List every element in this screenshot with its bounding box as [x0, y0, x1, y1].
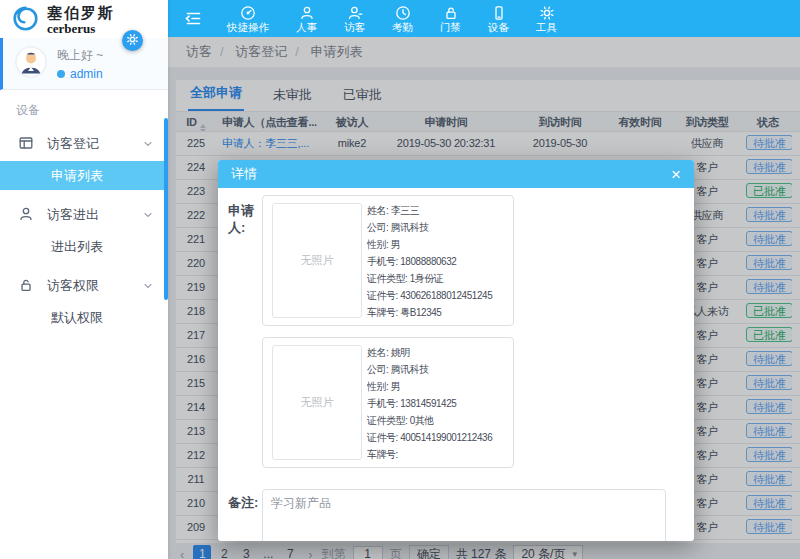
topnav-item-label: 访客 [344, 22, 365, 34]
applicant-field: 性别: 男 [367, 236, 516, 253]
chevron-down-icon [142, 280, 154, 295]
applicant-field: 手机号: 18088880632 [367, 253, 516, 270]
brand-name-cn: 塞伯罗斯 [47, 4, 115, 23]
topnav-item[interactable]: 门禁 [440, 4, 461, 34]
brand-name-en: cerberus [47, 21, 115, 37]
sidebar-item-label: 访客进出 [47, 206, 99, 224]
topnav: 快捷操作人事访客考勤门禁设备工具 [168, 0, 800, 37]
tools-icon [539, 5, 555, 21]
sidebar: 塞伯罗斯 cerberus 晚上好 ~ admin [0, 0, 168, 559]
topnav-item[interactable]: 访客 [344, 4, 365, 34]
online-status-dot [57, 70, 65, 78]
applicant-field: 证件类型: 1身份证 [367, 270, 516, 287]
applicant-card: 无照片姓名: 李三三公司: 腾讯科技性别: 男手机号: 18088880632证… [262, 195, 514, 326]
applicant-field: 公司: 腾讯科技 [367, 219, 516, 236]
dashboard-icon [240, 5, 256, 21]
brand-logo: 塞伯罗斯 cerberus [0, 0, 168, 38]
sidebar-item-label: 访客登记 [47, 135, 99, 153]
applicant-field: 车牌号: [367, 446, 516, 463]
avatar [15, 46, 47, 82]
applicant-field: 性别: 男 [367, 378, 516, 395]
collapse-menu-icon[interactable] [184, 10, 203, 27]
sidebar-submenu: 申请列表 [0, 161, 168, 190]
topnav-item[interactable]: 快捷操作 [227, 4, 269, 34]
topnav-item-label: 快捷操作 [227, 22, 269, 34]
remark-label: 备注: [228, 494, 264, 511]
gear-icon [126, 33, 139, 49]
applicant-field: 车牌号: 粤B12345 [367, 304, 516, 321]
person-icon [18, 206, 34, 225]
applicant-field: 证件号: 400514199001212436 [367, 429, 516, 446]
sidebar-item[interactable]: 访客登记 [0, 127, 168, 161]
device-icon [491, 5, 507, 21]
no-photo-placeholder: 无照片 [272, 203, 362, 318]
user-greeting: 晚上好 ~ [57, 47, 103, 64]
close-icon[interactable]: × [671, 166, 681, 183]
chevron-down-icon [142, 209, 154, 224]
topnav-item[interactable]: 设备 [488, 4, 509, 34]
applicant-field: 证件类型: 0其他 [367, 412, 516, 429]
sidebar-item-label: 访客权限 [47, 277, 99, 295]
topnav-item-label: 考勤 [392, 22, 413, 34]
people-icon [299, 5, 315, 21]
lock-icon [443, 5, 459, 21]
clock-icon [395, 5, 411, 21]
brand-swirl-icon [12, 5, 39, 36]
app-window: 塞伯罗斯 cerberus 晚上好 ~ admin [0, 0, 800, 559]
topnav-items: 快捷操作人事访客考勤门禁设备工具 [227, 4, 557, 34]
topnav-item-label: 设备 [488, 22, 509, 34]
applicant-field: 姓名: 李三三 [367, 202, 516, 219]
sidebar-item[interactable]: 访客权限 [0, 269, 168, 303]
sidebar-subitem[interactable]: 默认权限 [0, 303, 168, 332]
modal-title: 详情 [231, 165, 257, 183]
topnav-item[interactable]: 人事 [296, 4, 317, 34]
sidebar-subitem[interactable]: 进出列表 [0, 232, 168, 261]
remark-textarea[interactable]: 学习新产品 [262, 489, 666, 541]
applicant-field: 姓名: 姚明 [367, 344, 516, 361]
topnav-item[interactable]: 考勤 [392, 4, 413, 34]
sidebar-item[interactable]: 访客进出 [0, 198, 168, 232]
sidebar-subitem[interactable]: 申请列表 [0, 161, 168, 190]
applicant-field: 公司: 腾讯科技 [367, 361, 516, 378]
username: admin [70, 67, 103, 81]
topnav-item-label: 门禁 [440, 22, 461, 34]
applicant-field: 证件号: 430626188012451245 [367, 287, 516, 304]
applicant-card: 无照片姓名: 姚明公司: 腾讯科技性别: 男手机号: 13814591425证件… [262, 337, 514, 468]
detail-modal: 详情 × 申请人: 无照片姓名: 李三三公司: 腾讯科技性别: 男手机号: 18… [218, 160, 694, 541]
topnav-item-label: 人事 [296, 22, 317, 34]
visitor-icon [347, 5, 363, 21]
applicant-info: 姓名: 李三三公司: 腾讯科技性别: 男手机号: 18088880632证件类型… [367, 202, 516, 321]
sidebar-submenu: 进出列表 [0, 232, 168, 261]
modal-body: 申请人: 无照片姓名: 李三三公司: 腾讯科技性别: 男手机号: 1808888… [218, 188, 694, 541]
permission-lock-icon [18, 277, 34, 296]
sidebar-menu: 访客登记申请列表访客进出进出列表访客权限默认权限 [0, 127, 168, 332]
applicant-label: 申请人: [228, 202, 264, 236]
sidebar-scrollbar[interactable] [164, 118, 168, 300]
chevron-down-icon [142, 138, 154, 153]
applicant-field: 手机号: 13814591425 [367, 395, 516, 412]
registry-icon [18, 135, 34, 154]
user-panel: 晚上好 ~ admin [0, 38, 168, 90]
sidebar-section-label: 设备 [0, 90, 168, 127]
sidebar-settings-gear-button[interactable] [122, 30, 143, 51]
topnav-item[interactable]: 工具 [536, 4, 557, 34]
sidebar-submenu: 默认权限 [0, 303, 168, 332]
no-photo-placeholder: 无照片 [272, 345, 362, 460]
topnav-item-label: 工具 [536, 22, 557, 34]
applicant-info: 姓名: 姚明公司: 腾讯科技性别: 男手机号: 13814591425证件类型:… [367, 344, 516, 463]
modal-header: 详情 × [218, 160, 694, 188]
